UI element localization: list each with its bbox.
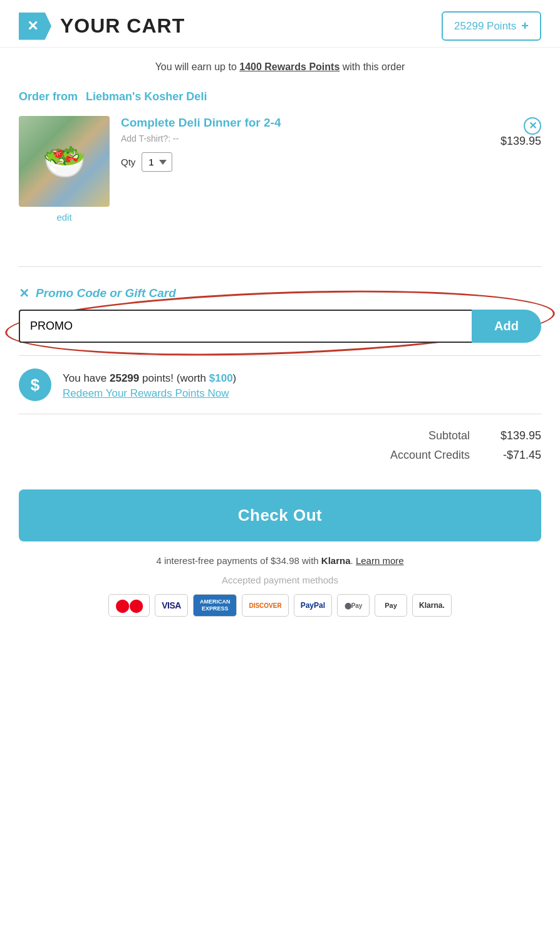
subtotal-amount: $139.95	[485, 429, 541, 442]
order-from: Order from Liebman's Kosher Deli	[0, 79, 560, 108]
checkout-button[interactable]: Check Out	[19, 489, 541, 541]
item-image	[19, 116, 110, 207]
klarna-row: 4 interest-free payments of $34.98 with …	[0, 553, 560, 575]
promo-input[interactable]	[19, 310, 472, 343]
rewards-text-block: You have 25299 points! (worth $100) Rede…	[63, 370, 236, 400]
close-icon[interactable]: ✕	[19, 13, 51, 40]
credits-row: Account Credits -$71.45	[19, 449, 541, 462]
points-plus-icon: +	[521, 19, 529, 33]
payment-methods-label: Accepted payment methods	[0, 575, 560, 585]
rewards-banner-post: with this order	[340, 61, 405, 72]
visa-icon: VISA	[155, 594, 188, 617]
item-details: Complete Deli Dinner for 2-4 Add T-shirt…	[121, 116, 489, 172]
cart-title: YOUR CART	[60, 14, 185, 38]
rewards-row: $ You have 25299 points! (worth $100) Re…	[0, 356, 560, 414]
rewards-banner: You will earn up to 1400 Rewards Points …	[0, 48, 560, 79]
dollar-icon: $	[19, 368, 51, 401]
mastercard-icon: ⬤⬤	[108, 594, 150, 617]
item-option: Add T-shirt?: --	[121, 133, 489, 144]
restaurant-name: Liebman's Kosher Deli	[86, 90, 207, 103]
order-from-label: Order from	[19, 90, 78, 103]
credits-amount: -$71.45	[485, 449, 541, 462]
promo-label-row: ✕ Promo Code or Gift Card	[19, 286, 541, 301]
item-qty-row: Qty 1 2 3 4	[121, 152, 489, 172]
promo-section: ✕ Promo Code or Gift Card Add	[0, 267, 560, 355]
points-label: 25299 Points	[454, 20, 516, 33]
payment-icons: ⬤⬤ VISA AMERICANEXPRESS DISCOVER PayPal …	[0, 594, 560, 635]
item-name: Complete Deli Dinner for 2-4	[121, 116, 489, 130]
qty-label: Qty	[121, 157, 135, 167]
klarna-learn-more[interactable]: Learn more	[356, 555, 404, 566]
item-edit-link[interactable]: edit	[56, 212, 71, 222]
remove-item-button[interactable]: ✕	[524, 117, 541, 135]
promo-label: Promo Code or Gift Card	[36, 286, 176, 300]
promo-toggle-icon[interactable]: ✕	[19, 286, 29, 301]
subtotal-row: Subtotal $139.95	[19, 429, 541, 442]
klarna-badge-icon: Klarna.	[412, 594, 452, 617]
klarna-brand: Klarna	[321, 555, 351, 566]
paypal-icon: PayPal	[294, 594, 332, 617]
qty-select[interactable]: 1 2 3 4	[142, 152, 172, 172]
subtotal-label: Subtotal	[428, 429, 470, 442]
header: ✕ YOUR CART 25299 Points +	[0, 0, 560, 48]
gpay-icon: ⬤Pay	[337, 594, 370, 617]
header-left: ✕ YOUR CART	[19, 13, 185, 40]
totals-section: Subtotal $139.95 Account Credits -$71.45	[0, 414, 560, 474]
points-button[interactable]: 25299 Points +	[442, 11, 541, 41]
rewards-banner-amount: 1400 Rewards Points	[239, 61, 340, 72]
promo-input-container: Add	[19, 310, 541, 343]
klarna-text: 4 interest-free payments of $34.98 with	[156, 555, 321, 566]
promo-input-row: Add	[19, 310, 541, 343]
applepay-icon: Pay	[375, 594, 407, 617]
cart-item: edit Complete Deli Dinner for 2-4 Add T-…	[0, 108, 560, 229]
rewards-points-text: You have 25299 points! (worth $100)	[63, 370, 236, 388]
amex-icon: AMERICANEXPRESS	[193, 594, 237, 617]
rewards-banner-pre: You will earn up to	[155, 61, 240, 72]
redeem-link[interactable]: Redeem Your Rewards Points Now	[63, 387, 236, 400]
discover-icon: DISCOVER	[242, 594, 288, 617]
credits-label: Account Credits	[390, 449, 470, 462]
promo-add-button[interactable]: Add	[472, 310, 541, 343]
